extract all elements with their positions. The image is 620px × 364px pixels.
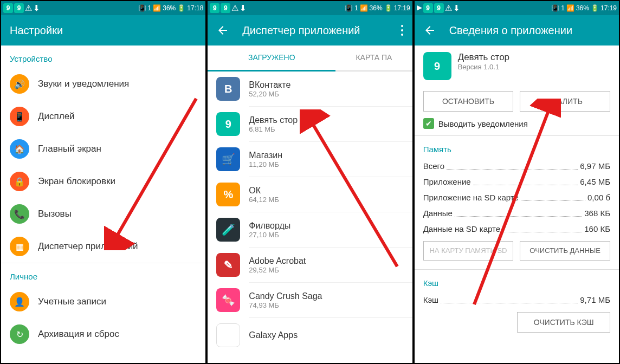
battery-icon: 🔋 xyxy=(177,4,185,12)
stop-button[interactable]: ОСТАНОВИТЬ xyxy=(423,91,514,112)
play-icon: ▶ xyxy=(417,3,422,13)
app-name: Девять стор xyxy=(458,52,509,63)
fil-icon: 🧪 xyxy=(216,218,240,242)
backup-icon: ↻ xyxy=(10,324,29,344)
item-sound[interactable]: 🔊Звуки и уведомления xyxy=(1,68,205,100)
ok-icon: % xyxy=(216,183,240,206)
notif-icon: 9 xyxy=(423,3,433,13)
section-cache: Кэш xyxy=(415,270,619,292)
row-app: Приложение6,45 МБ xyxy=(415,174,619,190)
app-bar: Настройки xyxy=(1,15,205,46)
warning-icon: ⚠ xyxy=(25,3,32,13)
download-icon: ⬇ xyxy=(453,3,460,13)
tab-sd[interactable]: КАРТА ПА xyxy=(335,46,412,70)
row-datasd: Данные на SD карте160 КБ xyxy=(415,221,619,237)
notify-checkbox-row[interactable]: ✔ Выводить уведомления xyxy=(415,118,619,136)
vibrate-icon: 📳 xyxy=(138,4,146,12)
apps-icon: ▦ xyxy=(10,237,29,256)
app-vk[interactable]: BВКонтакте52,20 МБ xyxy=(208,72,412,106)
item-apps[interactable]: ▦Диспетчер приложений xyxy=(1,230,205,263)
app-fil[interactable]: 🧪Филворды27,10 МБ xyxy=(208,212,412,247)
back-icon[interactable] xyxy=(216,24,229,37)
accounts-icon: 👤 xyxy=(10,292,29,311)
page-title: Настройки xyxy=(10,24,197,37)
row-data: Данные368 КБ xyxy=(415,205,619,221)
app-bar: Диспетчер приложений xyxy=(208,15,412,46)
candy-icon: 🍬 xyxy=(216,288,240,312)
app-header: 9 Девять сторВерсия 1.0.1 xyxy=(415,46,619,87)
phone-icon: 📞 xyxy=(10,204,29,224)
status-bar: 9 9 ⚠ ⬇ 📳 1 📶 36% 🔋 17:18 xyxy=(1,1,205,15)
battery-pct: 36% xyxy=(163,4,176,12)
page-title: Диспетчер приложений xyxy=(242,24,400,37)
app-ok[interactable]: %ОК64,12 МБ xyxy=(208,177,412,212)
warning-icon: ⚠ xyxy=(445,3,452,13)
sim-icon: 1 xyxy=(148,4,152,12)
notif-icon: 9 xyxy=(14,3,24,13)
row-cache: Кэш9,71 МБ xyxy=(415,292,619,308)
section-personal: Личное xyxy=(1,263,205,285)
app-bar: Сведения о приложении xyxy=(415,15,619,46)
warning-icon: ⚠ xyxy=(231,3,238,13)
item-accounts[interactable]: 👤Учетные записи xyxy=(1,285,205,318)
clear-cache-button[interactable]: ОЧИСТИТЬ КЭШ xyxy=(517,312,610,333)
app-adobe[interactable]: ✎Adobe Acrobat29,52 МБ xyxy=(208,248,412,282)
app-version: Версия 1.0.1 xyxy=(458,63,509,71)
panel-app-manager: 99⚠⬇ 📳1📶36%🔋17:19 Диспетчер приложений З… xyxy=(206,0,413,364)
vibrate-icon: 📳 xyxy=(345,4,353,12)
row-appsd: Приложение на SD карте0,00 б xyxy=(415,190,619,205)
app-galaxy[interactable]: ⬡Galaxy Apps xyxy=(208,318,412,353)
item-lock[interactable]: 🔒Экран блокировки xyxy=(1,165,205,198)
galaxy-icon: ⬡ xyxy=(216,323,240,347)
section-device: Устройство xyxy=(1,46,205,68)
app-shop[interactable]: 🛒Магазин11,20 МБ xyxy=(208,142,412,177)
item-display[interactable]: 📱Дисплей xyxy=(1,100,205,133)
clear-data-button[interactable]: ОЧИСТИТЬ ДАННЫЕ xyxy=(520,241,610,261)
page-title: Сведения о приложении xyxy=(449,24,610,37)
notif-icon: 9 xyxy=(221,3,230,13)
section-memory: Память xyxy=(415,136,619,158)
item-calls[interactable]: 📞Вызовы xyxy=(1,198,205,230)
signal-icon: 📶 xyxy=(153,4,161,12)
clock: 17:18 xyxy=(187,4,203,12)
item-backup[interactable]: ↻Архивация и сброс xyxy=(1,318,205,350)
notif-icon: 9 xyxy=(3,3,13,13)
tab-downloaded[interactable]: ЗАГРУЖЕНО xyxy=(208,46,335,72)
status-bar: 99⚠⬇ 📳1📶36%🔋17:19 xyxy=(208,1,412,15)
notif-icon: 9 xyxy=(434,3,444,13)
back-icon[interactable] xyxy=(423,24,436,37)
home-icon: 🏠 xyxy=(10,139,29,159)
app-nine[interactable]: 9Девять стор6,81 МБ xyxy=(208,107,412,141)
download-icon: ⬇ xyxy=(240,3,247,13)
vk-icon: B xyxy=(216,77,240,101)
delete-button[interactable]: УДАЛИТЬ xyxy=(520,91,610,112)
panel-settings: 9 9 ⚠ ⬇ 📳 1 📶 36% 🔋 17:18 Настройки Устр… xyxy=(0,0,206,364)
panel-app-info: ▶99⚠⬇ 📳1📶36%🔋17:19 Сведения о приложении… xyxy=(414,0,620,364)
row-total: Всего6,97 МБ xyxy=(415,158,619,174)
notif-icon: 9 xyxy=(210,3,219,13)
status-bar: ▶99⚠⬇ 📳1📶36%🔋17:19 xyxy=(415,1,619,15)
move-sd-button: НА КАРТУ ПАМЯТИ SD xyxy=(423,241,514,261)
tabs: ЗАГРУЖЕНО КАРТА ПА xyxy=(208,46,412,72)
nine-icon: 9 xyxy=(423,52,451,80)
adobe-icon: ✎ xyxy=(216,253,240,277)
display-icon: 📱 xyxy=(10,107,29,126)
lock-icon: 🔒 xyxy=(10,172,29,191)
app-candy[interactable]: 🍬Candy Crush Saga74,93 МБ xyxy=(208,283,412,317)
download-icon: ⬇ xyxy=(33,3,40,13)
sound-icon: 🔊 xyxy=(10,74,29,94)
nine-icon: 9 xyxy=(216,112,240,136)
checkbox-icon: ✔ xyxy=(423,118,434,129)
item-home[interactable]: 🏠Главный экран xyxy=(1,133,205,165)
more-icon[interactable] xyxy=(401,24,404,37)
shop-icon: 🛒 xyxy=(216,147,240,171)
